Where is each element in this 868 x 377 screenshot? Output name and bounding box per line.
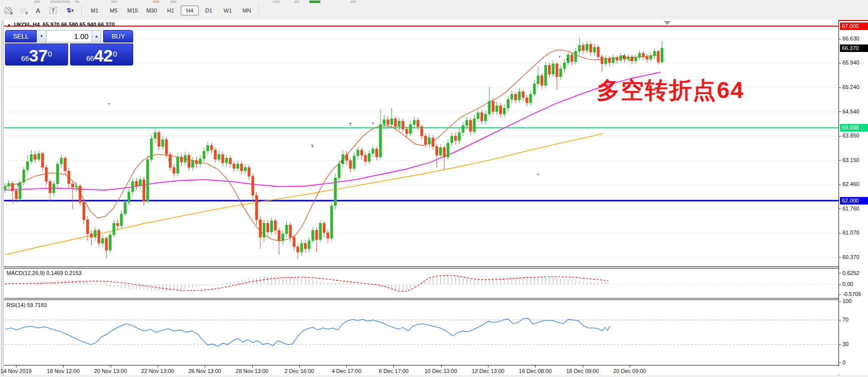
macd-indicator-panel[interactable] [4, 268, 838, 298]
lot-decrement-button[interactable]: ▼ [37, 30, 47, 42]
svg-text:+: + [566, 57, 568, 62]
timeframe-button-m5[interactable]: M5 [105, 6, 123, 16]
time-axis-tick [111, 366, 111, 368]
price-axis-tick [839, 208, 841, 209]
price-axis-label: 62.460 [842, 181, 859, 187]
bid-price-box[interactable]: 66 37 0 [5, 44, 68, 66]
price-badge-66.370: 66.370 [840, 44, 868, 52]
indicators-icon[interactable]: E [1, 4, 15, 16]
time-axis-label: 14 Nov 2019 [1, 368, 32, 374]
time-axis-label: 26 Nov 13:00 [188, 368, 221, 374]
time-axis-label: 18 Dec 09:00 [566, 368, 599, 374]
price-axis-label: 61.760 [842, 206, 859, 212]
timeframe-button-h1[interactable]: H1 [162, 6, 180, 16]
timeframe-button-m1[interactable]: M1 [86, 6, 104, 16]
toolbar-fragment [75, 0, 79, 3]
lot-increment-button[interactable]: ▲ [92, 30, 102, 42]
time-axis-label: 20 Nov 13:00 [94, 368, 127, 374]
rsi-axis-tick [839, 362, 841, 363]
panel-divider[interactable] [4, 298, 838, 298]
time-axis-label: 18 Nov 12:00 [47, 368, 80, 374]
svg-text:+: + [558, 54, 561, 60]
time-axis[interactable]: 14 Nov 201918 Nov 12:0020 Nov 13:0022 No… [4, 366, 868, 375]
sell-button[interactable]: SELL [5, 30, 37, 42]
time-axis-tick [346, 366, 347, 368]
time-axis-tick [630, 366, 630, 368]
time-axis-tick [583, 366, 583, 368]
toolbar-fragment [50, 0, 70, 3]
macd-label: MACD(12,26,9) 0.1469 0.2153 [7, 270, 82, 276]
chart-annotation-text: 多空转折点64 [597, 75, 744, 106]
macd-axis-tick [839, 284, 841, 285]
price-axis-label: 65.240 [842, 84, 859, 90]
toolbar-fragment [273, 0, 280, 3]
rsi-axis-label: 100 [842, 298, 851, 304]
panel-divider [4, 268, 838, 268]
time-axis-label: 12 Dec 13:00 [472, 368, 504, 374]
buy-button[interactable]: BUY [103, 30, 133, 42]
price-badge-64.088: 64.088 [840, 124, 868, 132]
mt4-terminal: E F A T ⇅ ▾ M1M5M15M30H1H4D1W1MN ▲ UKOil… [0, 0, 868, 377]
timeframe-button-w1[interactable]: W1 [219, 6, 237, 16]
macd-axis-tick [839, 273, 841, 274]
time-axis-label: 2 Dec 16:00 [284, 368, 314, 374]
price-axis-tick [839, 112, 841, 112]
svg-text:+: + [168, 158, 170, 162]
price-axis-label: 65.940 [842, 60, 859, 66]
svg-text:T: T [340, 160, 343, 164]
time-axis-tick [16, 366, 17, 368]
price-axis-tick [839, 233, 841, 234]
macd-axis-label: 0.6252 [842, 270, 859, 276]
toolbar-fragment [111, 0, 117, 3]
one-click-trading-panel: SELL ▼ ▲ BUY 66 37 0 66 42 0 [5, 30, 133, 66]
rsi-axis-tick [839, 302, 841, 302]
rsi-indicator-panel[interactable] [4, 300, 838, 365]
time-axis-tick [441, 366, 442, 368]
price-axis-label: 63.850 [842, 132, 859, 138]
time-axis-label: 4 Dec 17:00 [331, 368, 361, 374]
svg-text:+: + [537, 172, 539, 177]
toolbar-fragment [294, 0, 299, 3]
macd-axis-tick [839, 294, 841, 295]
time-axis-label: 16 Dec 08:00 [519, 368, 552, 374]
time-axis-tick [488, 366, 489, 368]
macd-axis-label: 0.00 [842, 281, 853, 287]
toolbar-separator [82, 6, 83, 16]
timeframe-button-mn[interactable]: MN [238, 6, 256, 16]
timeframe-button-d1[interactable]: D1 [200, 6, 218, 16]
toolbar-separator [259, 6, 260, 16]
time-axis-tick [393, 366, 394, 368]
timeframe-button-m15[interactable]: M15 [124, 6, 142, 16]
ask-price-box[interactable]: 66 42 0 [70, 44, 133, 66]
lot-size-input[interactable] [47, 30, 92, 42]
timeframe-button-h4[interactable]: H4 [181, 6, 199, 16]
svg-text:+: + [108, 102, 110, 106]
svg-text:T: T [17, 183, 20, 188]
time-axis-tick [252, 366, 253, 368]
svg-text:T: T [349, 122, 352, 127]
toolbar-fragment-green [309, 0, 320, 3]
window-left-border [2, 20, 2, 376]
text-box-icon[interactable]: T [46, 4, 60, 16]
text-label-icon[interactable]: A [31, 4, 45, 16]
one-click-collapse-arrow[interactable]: ▲ [7, 22, 11, 27]
time-axis-tick [63, 366, 64, 368]
ask-pip-digit: 0 [113, 44, 117, 64]
price-axis-tick [839, 88, 841, 88]
grid-icon[interactable]: F [16, 4, 30, 16]
ask-big-digits: 42 [94, 47, 113, 64]
price-axis-label: 63.150 [842, 157, 859, 163]
time-axis-label: 20 Dec 09:00 [613, 368, 646, 374]
symbol-period-title: UKOil-,H4 [14, 22, 40, 28]
cycle-arrows-icon[interactable]: ⇅ ▾ [61, 4, 79, 16]
ask-prefix: 66 [86, 53, 94, 64]
toolbar-fragment [34, 0, 40, 3]
price-axis-label: 64.540 [842, 108, 859, 114]
timeframe-button-m30[interactable]: M30 [143, 6, 161, 16]
time-axis-tick [535, 366, 536, 368]
rsi-axis-tick [839, 344, 841, 345]
window-left-border-inner [3, 20, 4, 376]
bid-big-digits: 37 [29, 47, 48, 64]
ohlc-readout: 65.970 66.580 65.940 66.370 [43, 22, 115, 28]
drawing-toolbar: E F A T ⇅ ▾ M1M5M15M30H1H4D1W1MN [0, 4, 868, 18]
